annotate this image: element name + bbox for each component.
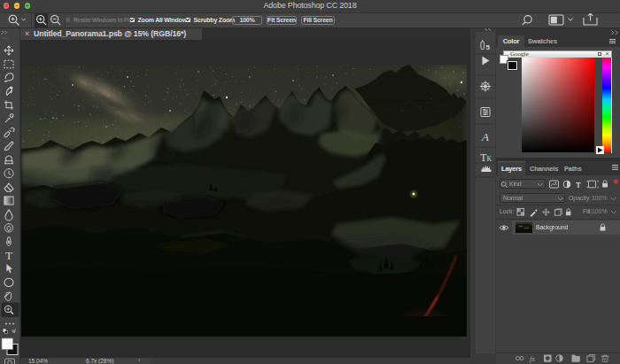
svg-text:5: 5 — [486, 43, 491, 50]
svg-text:T: T — [576, 179, 581, 189]
svg-text:fx: fx — [530, 353, 535, 362]
svg-text:T: T — [5, 248, 12, 261]
svg-text:K: K — [487, 155, 492, 163]
svg-text:A: A — [481, 129, 489, 143]
